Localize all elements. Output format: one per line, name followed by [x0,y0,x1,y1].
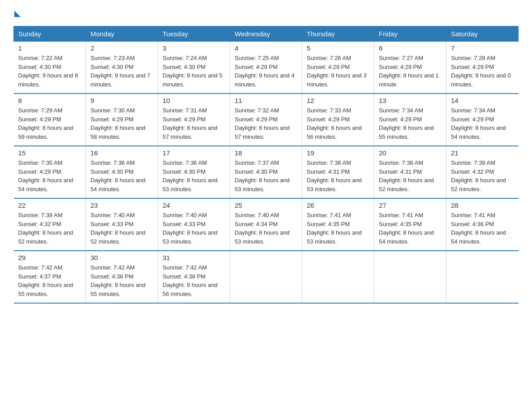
day-info: Sunrise: 7:42 AMSunset: 4:38 PMDaylight:… [90,263,153,298]
day-info: Sunrise: 7:30 AMSunset: 4:29 PMDaylight:… [90,106,153,141]
day-cell: 17 Sunrise: 7:36 AMSunset: 4:30 PMDaylig… [158,146,230,198]
day-cell: 21 Sunrise: 7:39 AMSunset: 4:32 PMDaylig… [446,146,519,198]
day-info: Sunrise: 7:28 AMSunset: 4:29 PMDaylight:… [451,54,514,89]
day-number: 24 [163,201,225,209]
day-info: Sunrise: 7:35 AMSunset: 4:29 PMDaylight:… [18,158,82,193]
day-info: Sunrise: 7:41 AMSunset: 4:36 PMDaylight:… [451,211,514,246]
day-cell: 23 Sunrise: 7:40 AMSunset: 4:33 PMDaylig… [86,198,158,251]
day-number: 6 [379,44,442,52]
header-wednesday: Wednesday [230,26,302,42]
day-cell [446,251,519,303]
day-cell: 6 Sunrise: 7:27 AMSunset: 4:29 PMDayligh… [374,42,446,94]
day-number: 31 [163,254,225,261]
day-info: Sunrise: 7:42 AMSunset: 4:37 PMDaylight:… [18,263,82,298]
day-cell: 10 Sunrise: 7:31 AMSunset: 4:29 PMDaylig… [158,94,230,146]
day-cell: 3 Sunrise: 7:24 AMSunset: 4:30 PMDayligh… [158,42,230,94]
day-info: Sunrise: 7:39 AMSunset: 4:32 PMDaylight:… [18,211,82,246]
day-info: Sunrise: 7:40 AMSunset: 4:33 PMDaylight:… [90,211,153,246]
day-cell: 29 Sunrise: 7:42 AMSunset: 4:37 PMDaylig… [14,251,86,303]
day-info: Sunrise: 7:29 AMSunset: 4:29 PMDaylight:… [18,106,82,141]
day-info: Sunrise: 7:32 AMSunset: 4:29 PMDaylight:… [235,106,297,141]
logo [13,9,21,17]
day-number: 23 [90,201,153,209]
day-cell: 1 Sunrise: 7:22 AMSunset: 4:30 PMDayligh… [14,42,86,94]
day-number: 19 [307,149,369,157]
day-info: Sunrise: 7:34 AMSunset: 4:29 PMDaylight:… [379,106,442,141]
day-info: Sunrise: 7:40 AMSunset: 4:33 PMDaylight:… [163,211,225,246]
day-number: 2 [90,44,153,52]
day-info: Sunrise: 7:40 AMSunset: 4:34 PMDaylight:… [235,211,297,246]
day-cell: 4 Sunrise: 7:25 AMSunset: 4:29 PMDayligh… [230,42,302,94]
day-cell: 8 Sunrise: 7:29 AMSunset: 4:29 PMDayligh… [14,94,86,146]
day-number: 16 [90,149,153,157]
day-number: 29 [18,254,82,261]
day-info: Sunrise: 7:25 AMSunset: 4:29 PMDaylight:… [235,54,297,89]
day-number: 7 [451,44,514,52]
header-saturday: Saturday [446,26,519,42]
header-monday: Monday [86,26,158,42]
weekday-header-row: SundayMondayTuesdayWednesdayThursdayFrid… [14,26,519,42]
day-info: Sunrise: 7:42 AMSunset: 4:38 PMDaylight:… [163,263,225,298]
header-thursday: Thursday [302,26,374,42]
day-number: 27 [379,201,442,209]
day-info: Sunrise: 7:38 AMSunset: 4:31 PMDaylight:… [307,158,369,193]
day-number: 18 [235,149,297,157]
day-number: 8 [18,97,82,104]
week-row-2: 8 Sunrise: 7:29 AMSunset: 4:29 PMDayligh… [14,94,519,146]
day-cell: 14 Sunrise: 7:34 AMSunset: 4:29 PMDaylig… [446,94,519,146]
day-info: Sunrise: 7:33 AMSunset: 4:29 PMDaylight:… [307,106,369,141]
week-row-5: 29 Sunrise: 7:42 AMSunset: 4:37 PMDaylig… [14,251,519,303]
day-number: 3 [163,44,225,52]
day-number: 4 [235,44,297,52]
day-cell [374,251,446,303]
header-sunday: Sunday [14,26,86,42]
day-number: 12 [307,97,369,104]
day-cell: 24 Sunrise: 7:40 AMSunset: 4:33 PMDaylig… [158,198,230,251]
day-info: Sunrise: 7:39 AMSunset: 4:32 PMDaylight:… [451,158,514,193]
week-row-4: 22 Sunrise: 7:39 AMSunset: 4:32 PMDaylig… [14,198,519,251]
day-number: 22 [18,201,82,209]
day-number: 9 [90,97,153,104]
day-cell: 11 Sunrise: 7:32 AMSunset: 4:29 PMDaylig… [230,94,302,146]
day-number: 17 [163,149,225,157]
day-cell: 15 Sunrise: 7:35 AMSunset: 4:29 PMDaylig… [14,146,86,198]
day-number: 15 [18,149,82,157]
day-cell: 16 Sunrise: 7:36 AMSunset: 4:30 PMDaylig… [86,146,158,198]
day-info: Sunrise: 7:26 AMSunset: 4:29 PMDaylight:… [307,54,369,89]
day-cell: 9 Sunrise: 7:30 AMSunset: 4:29 PMDayligh… [86,94,158,146]
logo-arrow-icon [14,11,21,17]
day-cell: 20 Sunrise: 7:38 AMSunset: 4:31 PMDaylig… [374,146,446,198]
day-info: Sunrise: 7:23 AMSunset: 4:30 PMDaylight:… [90,54,153,89]
header-friday: Friday [374,26,446,42]
day-cell: 19 Sunrise: 7:38 AMSunset: 4:31 PMDaylig… [302,146,374,198]
day-cell: 26 Sunrise: 7:41 AMSunset: 4:35 PMDaylig… [302,198,374,251]
page-header [13,9,519,17]
day-number: 28 [451,201,514,209]
day-number: 1 [18,44,82,52]
day-number: 30 [90,254,153,261]
day-number: 10 [163,97,225,104]
day-cell: 5 Sunrise: 7:26 AMSunset: 4:29 PMDayligh… [302,42,374,94]
day-info: Sunrise: 7:36 AMSunset: 4:30 PMDaylight:… [163,158,225,193]
day-number: 21 [451,149,514,157]
day-number: 26 [307,201,369,209]
day-number: 13 [379,97,442,104]
day-info: Sunrise: 7:41 AMSunset: 4:35 PMDaylight:… [379,211,442,246]
header-tuesday: Tuesday [158,26,230,42]
day-cell: 12 Sunrise: 7:33 AMSunset: 4:29 PMDaylig… [302,94,374,146]
day-cell: 22 Sunrise: 7:39 AMSunset: 4:32 PMDaylig… [14,198,86,251]
day-cell: 30 Sunrise: 7:42 AMSunset: 4:38 PMDaylig… [86,251,158,303]
day-cell: 31 Sunrise: 7:42 AMSunset: 4:38 PMDaylig… [158,251,230,303]
day-cell: 27 Sunrise: 7:41 AMSunset: 4:35 PMDaylig… [374,198,446,251]
day-cell: 18 Sunrise: 7:37 AMSunset: 4:30 PMDaylig… [230,146,302,198]
day-cell: 28 Sunrise: 7:41 AMSunset: 4:36 PMDaylig… [446,198,519,251]
day-cell [230,251,302,303]
day-number: 20 [379,149,442,157]
day-cell: 2 Sunrise: 7:23 AMSunset: 4:30 PMDayligh… [86,42,158,94]
day-info: Sunrise: 7:31 AMSunset: 4:29 PMDaylight:… [163,106,225,141]
day-cell [302,251,374,303]
calendar-table: SundayMondayTuesdayWednesdayThursdayFrid… [13,26,519,304]
day-cell: 25 Sunrise: 7:40 AMSunset: 4:34 PMDaylig… [230,198,302,251]
day-info: Sunrise: 7:36 AMSunset: 4:30 PMDaylight:… [90,158,153,193]
day-number: 25 [235,201,297,209]
